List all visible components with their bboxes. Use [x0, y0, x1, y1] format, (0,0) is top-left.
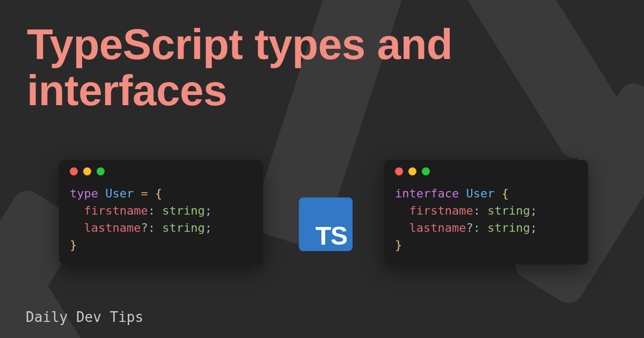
typescript-logo-icon: TS — [299, 197, 353, 251]
colon-token: : — [473, 221, 480, 234]
colon-token: : — [148, 221, 155, 234]
zoom-dot-icon — [422, 167, 430, 175]
prop-lastname: lastname — [409, 221, 466, 234]
brace-close: } — [395, 238, 402, 252]
colon-token: : — [148, 204, 155, 217]
typescript-logo-text: TS — [316, 223, 347, 249]
prop-firstname: firstname — [409, 204, 473, 217]
code-block-type: type User = { firstname: string; lastnam… — [70, 185, 252, 254]
type-string: string — [162, 221, 204, 234]
optional-token: ? — [466, 221, 473, 234]
brace-open: { — [155, 187, 162, 200]
close-dot-icon — [395, 167, 403, 175]
colon-token: : — [473, 204, 480, 217]
footer-brand: Daily Dev Tips — [26, 309, 143, 325]
zoom-dot-icon — [97, 167, 105, 175]
page-title: TypeScript types andinterfaces — [27, 21, 452, 114]
prop-firstname: firstname — [84, 204, 148, 217]
prop-lastname: lastname — [84, 221, 141, 234]
semicolon-token: ; — [205, 221, 212, 234]
type-name: User — [466, 187, 494, 200]
close-dot-icon — [70, 167, 78, 175]
type-name: User — [105, 187, 134, 200]
keyword-interface: interface — [395, 187, 459, 200]
type-string: string — [162, 204, 204, 217]
code-window-interface: interface User { firstname: string; last… — [384, 160, 588, 264]
brace-close: } — [70, 238, 77, 252]
code-block-interface: interface User { firstname: string; last… — [395, 185, 577, 254]
traffic-lights — [395, 167, 577, 175]
minimize-dot-icon — [408, 167, 416, 175]
semicolon-token: ; — [530, 221, 537, 234]
semicolon-token: ; — [205, 204, 212, 217]
brace-open: { — [502, 187, 509, 200]
type-string: string — [487, 204, 530, 217]
keyword-type: type — [70, 187, 98, 200]
optional-token: ? — [141, 221, 148, 234]
code-window-type: type User = { firstname: string; lastnam… — [59, 160, 263, 264]
type-string: string — [487, 221, 530, 234]
minimize-dot-icon — [83, 167, 91, 175]
semicolon-token: ; — [530, 204, 537, 217]
equals-token: = — [141, 187, 148, 200]
traffic-lights — [70, 167, 252, 175]
